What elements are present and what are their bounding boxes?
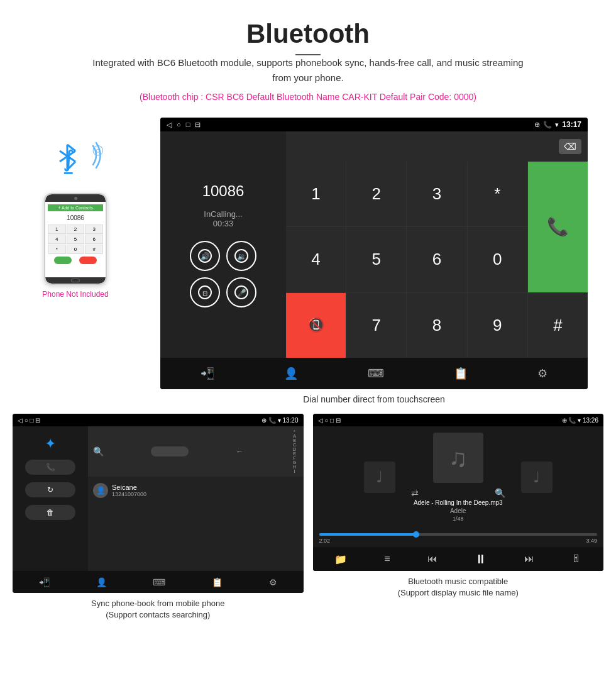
music-search-icon[interactable]: 🔍 [495, 488, 505, 498]
pb-status-icons-left: ◁ ○ □ ⊟ [18, 417, 40, 424]
svg-text:⊡: ⊡ [202, 290, 207, 297]
phone-key-1[interactable]: 1 [48, 224, 66, 234]
numpad-key-5[interactable]: 5 [346, 227, 406, 292]
switch-call-button[interactable]: ⊡ [190, 277, 220, 307]
numpad-key-2[interactable]: 2 [346, 162, 406, 226]
back-icon[interactable]: ◁ [167, 121, 172, 129]
phone-call-button[interactable] [54, 257, 72, 264]
backspace-button[interactable]: ⌫ [559, 139, 581, 154]
pb-nav-dialpad-icon[interactable]: ⌨ [153, 577, 165, 587]
phonebook-search-bar: 🔍 ← * A B C D E F G H [88, 426, 304, 477]
phone-status-icon: 📞 [543, 121, 552, 129]
dialpad-nav-icon[interactable]: ⌨ [368, 367, 384, 380]
dial-controls: 🔊 🔉 ⊡ 🎤 [190, 241, 256, 307]
pb-nav-contacts-icon[interactable]: 👤 [96, 577, 107, 587]
bluetooth-icon-area: ⨜ ⦾ [44, 136, 107, 187]
music-time-current: 2:02 [319, 538, 331, 544]
bluetooth-wave-svg [80, 140, 106, 171]
pb-sync-button[interactable]: ↻ [25, 482, 75, 497]
phone-key-5[interactable]: 5 [67, 235, 85, 244]
pb-nav-settings-icon[interactable]: ⚙ [269, 577, 277, 587]
phonebook-main: 🔍 ← * A B C D E F G H [88, 426, 304, 571]
pb-nav-transfer-icon[interactable]: 📋 [212, 577, 223, 587]
phone-key-star[interactable]: * [48, 245, 66, 254]
music-folder-icon[interactable]: 📁 [334, 553, 347, 565]
phone-nav-icon[interactable]: 📲 [201, 367, 214, 380]
recents-icon[interactable]: □ [186, 121, 190, 128]
music-time-row: 2:02 3:49 [319, 538, 598, 544]
numpad-key-0[interactable]: 0 [468, 227, 527, 292]
numpad-key-8[interactable]: 8 [407, 293, 466, 358]
shuffle-icon[interactable]: ⇄ [411, 488, 419, 498]
music-body: ♩ ♫ ⇄ 🔍 Adele - Rolling In the Deep.mp3 [313, 426, 604, 571]
phone-home-button[interactable] [71, 279, 80, 282]
page-header: Bluetooth Integrated with BC6 Bluetooth … [0, 0, 616, 118]
music-pause-icon[interactable]: ⏸ [475, 552, 487, 567]
music-next-icon[interactable]: ⏭ [524, 553, 534, 565]
music-eq-icon[interactable]: 🎚 [571, 553, 581, 565]
settings-nav-icon[interactable]: ⚙ [537, 367, 547, 380]
search-dot-input[interactable] [151, 446, 189, 456]
menu-icon[interactable]: ⊟ [195, 121, 201, 129]
pb-back-icon[interactable]: ← [236, 447, 243, 456]
music-side-album-left: ♩ [364, 462, 395, 493]
android-bottom-bar: 📲 👤 ⌨ 📋 ⚙ [160, 358, 588, 389]
wifi-icon: ▾ [555, 121, 559, 129]
music-progress-fill [319, 533, 417, 536]
phonebook-search-icon[interactable]: 🔍 [93, 446, 104, 456]
music-track-name: Adele - Rolling In the Deep.mp3 [414, 499, 503, 506]
svg-text:🔊: 🔊 [201, 252, 210, 261]
numpad-key-4[interactable]: 4 [286, 227, 346, 292]
phone-key-0[interactable]: 0 [67, 245, 85, 254]
numpad-key-1[interactable]: 1 [286, 162, 346, 226]
contact-row[interactable]: 👤 Seicane 13241007000 [93, 480, 299, 501]
numpad-key-7[interactable]: 7 [346, 293, 406, 358]
music-artist: Adele [450, 507, 466, 514]
music-prev-icon[interactable]: ⏮ [427, 553, 437, 565]
music-status-bar: ◁ ○ □ ⊟ ⊕ 📞 ▾ 13:26 [313, 414, 604, 426]
pb-bluetooth-icon: ✦ [45, 436, 56, 452]
phone-screen: + Add to Contacts 10086 1 2 3 4 5 6 * 0 … [45, 202, 106, 277]
pb-nav-phone-icon[interactable]: 📲 [39, 577, 50, 587]
phone-end-button[interactable] [79, 257, 97, 264]
numpad-key-6[interactable]: 6 [407, 227, 466, 292]
numpad-key-star[interactable]: * [468, 162, 527, 226]
numpad-key-hash[interactable]: # [528, 293, 588, 358]
phonebook-caption: Sync phone-book from mobile phone (Suppo… [13, 598, 304, 621]
bluetooth-logo-svg [57, 141, 79, 173]
music-status-icons-left: ◁ ○ □ ⊟ [318, 417, 341, 424]
phone-key-2[interactable]: 2 [67, 224, 85, 234]
music-side-note-icon: ♩ [376, 468, 383, 486]
volume-up-button[interactable]: 🔊 [190, 241, 220, 271]
pb-call-button[interactable]: 📞 [25, 460, 75, 475]
phone-key-6[interactable]: 6 [85, 235, 103, 244]
transfer-nav-icon[interactable]: 📋 [454, 367, 468, 380]
contacts-nav-icon[interactable]: 👤 [284, 367, 298, 380]
pb-alpha-sidebar: * A B C D E F G H I [290, 429, 298, 473]
phone-key-3[interactable]: 3 [85, 224, 103, 234]
home-icon[interactable]: ○ [177, 121, 181, 128]
numpad-key-9[interactable]: 9 [468, 293, 527, 358]
dial-calling-status: InCalling... [204, 209, 242, 219]
status-icons-left: ◁ ○ □ ⊟ [167, 121, 201, 129]
phone-key-4[interactable]: 4 [48, 235, 66, 244]
dial-left-panel: 10086 InCalling... 00:33 🔊 🔉 [160, 131, 286, 358]
music-side-album-right: ♩ [521, 462, 553, 493]
music-caption: Bluetooth music compatible (Support disp… [313, 576, 604, 599]
music-progress-bar[interactable] [319, 533, 598, 536]
bottom-screenshots: ◁ ○ □ ⊟ ⊕ 📞 ▾ 13:20 ✦ 📞 ↻ 🗑 🔍 ← [0, 414, 616, 633]
phone-mockup: + Add to Contacts 10086 1 2 3 4 5 6 * 0 … [44, 193, 107, 285]
music-playlist-icon[interactable]: ≡ [384, 553, 390, 565]
call-end-button[interactable]: 📵 [286, 293, 346, 358]
page-description: Integrated with BC6 Bluetooth module, su… [88, 55, 528, 86]
pb-delete-button[interactable]: 🗑 [25, 505, 75, 520]
mute-button[interactable]: 🎤 [226, 277, 256, 307]
numpad-key-3[interactable]: 3 [407, 162, 466, 226]
svg-line-4 [67, 162, 75, 170]
volume-down-button[interactable]: 🔉 [226, 241, 256, 271]
music-album-art: ♫ [433, 433, 483, 483]
call-accept-button[interactable]: 📞 [528, 162, 588, 292]
phone-key-hash[interactable]: # [85, 245, 103, 254]
bluetooth-specs: (Bluetooth chip : CSR BC6 Default Blueto… [13, 92, 603, 102]
main-screen-area: ◁ ○ □ ⊟ ⊕ 📞 ▾ 13:17 10086 InCalling... [145, 118, 603, 414]
